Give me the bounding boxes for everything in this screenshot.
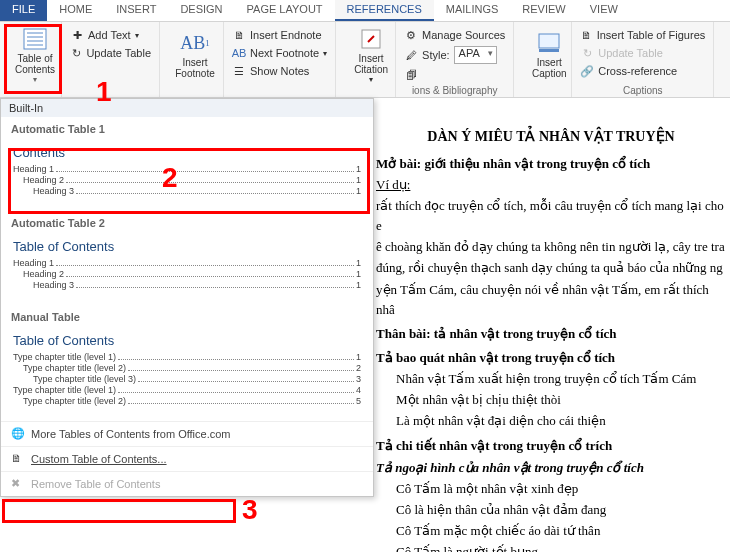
update-tof-button[interactable]: ↻Update Table xyxy=(578,45,707,61)
auto-table-1-item[interactable]: Contents Heading 11 Heading 21 Heading 3… xyxy=(1,137,373,211)
chevron-down-icon: ▾ xyxy=(33,75,37,84)
tab-view[interactable]: VIEW xyxy=(578,0,630,21)
doc-title: DÀN Ý MIÊU TẢ NHÂN VẬT TRUYỆN xyxy=(376,126,726,148)
doc-p4: yện Tấm Cám, câu chuyện nói về nhân vật … xyxy=(376,280,726,320)
bibliography-group-label: ions & Bibliography xyxy=(402,85,507,96)
tab-file[interactable]: FILE xyxy=(0,0,47,21)
notes-icon: ☰ xyxy=(232,64,246,78)
mark-entry-button[interactable]: 🔖 Mark Entry xyxy=(720,24,730,86)
doc-h3-ngoaihinh: Tả ngoại hình của nhân vật trong truyện … xyxy=(376,458,726,478)
doc-li2: Một nhân vật bị chịu thiệt thòi xyxy=(376,390,726,410)
style-combo[interactable]: APA xyxy=(454,46,497,64)
doc-p1: rất thích đọc truyện cổ tích, mỗi câu tr… xyxy=(376,196,726,236)
cross-reference-button[interactable]: 🔗Cross-reference xyxy=(578,63,707,79)
update-table-button[interactable]: ↻Update Table xyxy=(68,45,153,61)
next-footnote-button[interactable]: ABNext Footnote▾ xyxy=(230,45,329,61)
tab-page-layout[interactable]: PAGE LAYOUT xyxy=(235,0,335,21)
insert-footnote-button[interactable]: AB1 Insert Footnote xyxy=(166,24,224,86)
endnote-icon: 🗎 xyxy=(232,28,246,42)
doc-p2: ê choàng khăn đỏ dạy chúng ta không nên … xyxy=(376,237,726,257)
doc-vidu: Ví dụ: xyxy=(376,175,726,195)
insert-caption-button[interactable]: Insert Caption xyxy=(520,24,578,86)
bibliography-icon: 🗐 xyxy=(404,68,418,82)
update-icon: ↻ xyxy=(580,46,594,60)
annotation-num-2: 2 xyxy=(162,162,178,194)
footnote-icon: AB1 xyxy=(181,31,209,55)
doc-li4: Cô Tấm là một nhân vật xinh đẹp xyxy=(376,479,726,499)
table-of-contents-button[interactable]: Table of Contents ▾ xyxy=(6,24,64,86)
custom-toc-icon: 🗎 xyxy=(11,452,25,466)
update-icon: ↻ xyxy=(70,46,82,60)
doc-h2-thanbai: Thân bài: tả nhân vật trong truyện cổ tí… xyxy=(376,324,726,344)
tab-home[interactable]: HOME xyxy=(47,0,104,21)
doc-h2-mobai: Mở bài: giới thiệu nhân vật trong truyện… xyxy=(376,154,726,174)
doc-li6: Cô Tấm mặc một chiếc áo dài tứ thân xyxy=(376,521,726,541)
insert-endnote-button[interactable]: 🗎Insert Endnote xyxy=(230,27,329,43)
insert-citation-button[interactable]: Insert Citation ▾ xyxy=(342,24,400,86)
builtin-heading: Built-In xyxy=(1,99,373,117)
tab-mailings[interactable]: MAILINGS xyxy=(434,0,511,21)
manual-table-label: Manual Table xyxy=(1,305,373,325)
doc-h2-baoquat: Tả bao quát nhân vật trong truyện cổ tíc… xyxy=(376,348,726,368)
doc-li3: Là một nhân vật đại diện cho cái thiện xyxy=(376,411,726,431)
auto-table-1-label: Automatic Table 1 xyxy=(1,117,373,137)
captions-group-label: Captions xyxy=(578,85,707,96)
document-body[interactable]: DÀN Ý MIÊU TẢ NHÂN VẬT TRUYỆN Mở bài: gi… xyxy=(376,120,730,552)
manual-table-item[interactable]: Table of Contents Type chapter title (le… xyxy=(1,325,373,421)
doc-p3: đúng, rồi chuyện thạch sanh dạy chúng ta… xyxy=(376,258,726,278)
office-icon: 🌐 xyxy=(11,427,25,441)
show-notes-button[interactable]: ☰Show Notes xyxy=(230,63,329,79)
doc-li7: Cô Tấm là người tốt bụng xyxy=(376,542,726,552)
bibliography-button[interactable]: 🗐 xyxy=(402,67,507,83)
svg-rect-7 xyxy=(539,49,559,52)
custom-toc[interactable]: 🗎Custom Table of Contents... xyxy=(1,446,373,471)
tab-review[interactable]: REVIEW xyxy=(510,0,577,21)
auto-table-2-label: Automatic Table 2 xyxy=(1,211,373,231)
caption-icon xyxy=(535,31,563,55)
doc-li1: Nhân vật Tấm xuất hiện trong truyện cổ t… xyxy=(376,369,726,389)
remove-toc-icon: ✖ xyxy=(11,477,25,491)
tab-references[interactable]: REFERENCES xyxy=(335,0,434,21)
chevron-down-icon: ▾ xyxy=(369,75,373,84)
next-footnote-icon: AB xyxy=(232,46,246,60)
more-toc-office[interactable]: 🌐More Tables of Contents from Office.com xyxy=(1,421,373,446)
toc-gallery: Built-In Automatic Table 1 Contents Head… xyxy=(0,98,374,497)
citation-icon xyxy=(357,27,385,51)
auto-table-2-item[interactable]: Table of Contents Heading 11 Heading 21 … xyxy=(1,231,373,305)
toc-label: Table of Contents xyxy=(15,53,55,75)
toc-icon xyxy=(21,27,49,51)
tab-insert[interactable]: INSERT xyxy=(104,0,168,21)
insert-tof-button[interactable]: 🗎Insert Table of Figures xyxy=(578,27,707,43)
annotation-num-3: 3 xyxy=(242,494,258,526)
tof-icon: 🗎 xyxy=(580,28,592,42)
annotation-box-3 xyxy=(2,499,236,523)
toc-title: Table of Contents xyxy=(13,239,361,254)
ribbon-tabs: FILE HOME INSERT DESIGN PAGE LAYOUT REFE… xyxy=(0,0,730,22)
citation-style-select[interactable]: 🖉Style: APA xyxy=(402,45,507,65)
toc-title-2: Table of Contents xyxy=(13,333,361,348)
doc-li5: Cô là hiện thân của nhân vật đảm đang xyxy=(376,500,726,520)
doc-h2-chitiet: Tả chi tiết nhân vật trong truyện cổ trí… xyxy=(376,436,726,456)
add-text-button[interactable]: ✚Add Text▾ xyxy=(68,27,153,43)
svg-rect-0 xyxy=(24,29,46,49)
manage-sources-button[interactable]: ⚙Manage Sources xyxy=(402,27,507,43)
manage-sources-icon: ⚙ xyxy=(404,28,418,42)
tab-design[interactable]: DESIGN xyxy=(168,0,234,21)
remove-toc[interactable]: ✖Remove Table of Contents xyxy=(1,471,373,496)
contents-title: Contents xyxy=(13,145,361,160)
crossref-icon: 🔗 xyxy=(580,64,594,78)
style-icon: 🖉 xyxy=(404,48,418,62)
svg-rect-6 xyxy=(539,34,559,48)
annotation-num-1: 1 xyxy=(96,76,112,108)
add-text-icon: ✚ xyxy=(70,28,84,42)
